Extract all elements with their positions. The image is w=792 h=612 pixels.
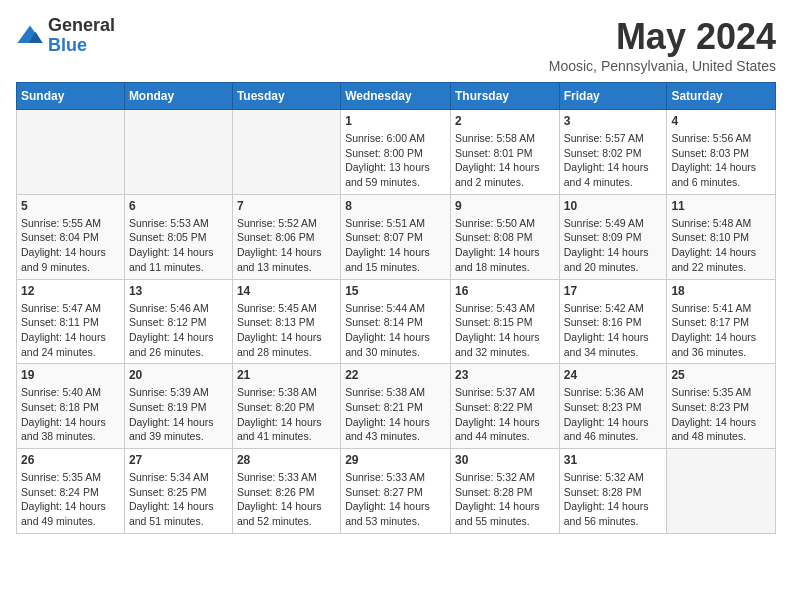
day-number: 22 bbox=[345, 368, 446, 382]
day-info: Sunrise: 6:00 AMSunset: 8:00 PMDaylight:… bbox=[345, 131, 446, 190]
calendar-cell: 17Sunrise: 5:42 AMSunset: 8:16 PMDayligh… bbox=[559, 279, 667, 364]
day-info: Sunrise: 5:46 AMSunset: 8:12 PMDaylight:… bbox=[129, 301, 228, 360]
calendar-cell: 27Sunrise: 5:34 AMSunset: 8:25 PMDayligh… bbox=[124, 449, 232, 534]
calendar-week-5: 26Sunrise: 5:35 AMSunset: 8:24 PMDayligh… bbox=[17, 449, 776, 534]
day-info: Sunrise: 5:34 AMSunset: 8:25 PMDaylight:… bbox=[129, 470, 228, 529]
calendar-week-3: 12Sunrise: 5:47 AMSunset: 8:11 PMDayligh… bbox=[17, 279, 776, 364]
calendar-cell bbox=[232, 110, 340, 195]
calendar-cell: 29Sunrise: 5:33 AMSunset: 8:27 PMDayligh… bbox=[341, 449, 451, 534]
page-header: General Blue May 2024 Moosic, Pennsylvan… bbox=[16, 16, 776, 74]
calendar-cell: 8Sunrise: 5:51 AMSunset: 8:07 PMDaylight… bbox=[341, 194, 451, 279]
day-info: Sunrise: 5:32 AMSunset: 8:28 PMDaylight:… bbox=[564, 470, 663, 529]
day-info: Sunrise: 5:58 AMSunset: 8:01 PMDaylight:… bbox=[455, 131, 555, 190]
calendar-cell: 19Sunrise: 5:40 AMSunset: 8:18 PMDayligh… bbox=[17, 364, 125, 449]
day-number: 30 bbox=[455, 453, 555, 467]
header-cell-wednesday: Wednesday bbox=[341, 83, 451, 110]
calendar-body: 1Sunrise: 6:00 AMSunset: 8:00 PMDaylight… bbox=[17, 110, 776, 534]
day-info: Sunrise: 5:50 AMSunset: 8:08 PMDaylight:… bbox=[455, 216, 555, 275]
calendar-week-2: 5Sunrise: 5:55 AMSunset: 8:04 PMDaylight… bbox=[17, 194, 776, 279]
calendar-cell bbox=[667, 449, 776, 534]
logo-text: General Blue bbox=[48, 16, 115, 56]
day-number: 7 bbox=[237, 199, 336, 213]
header-cell-thursday: Thursday bbox=[450, 83, 559, 110]
logo-icon bbox=[16, 22, 44, 50]
calendar-cell: 14Sunrise: 5:45 AMSunset: 8:13 PMDayligh… bbox=[232, 279, 340, 364]
day-info: Sunrise: 5:45 AMSunset: 8:13 PMDaylight:… bbox=[237, 301, 336, 360]
location: Moosic, Pennsylvania, United States bbox=[549, 58, 776, 74]
calendar-week-1: 1Sunrise: 6:00 AMSunset: 8:00 PMDaylight… bbox=[17, 110, 776, 195]
calendar-cell: 1Sunrise: 6:00 AMSunset: 8:00 PMDaylight… bbox=[341, 110, 451, 195]
calendar-week-4: 19Sunrise: 5:40 AMSunset: 8:18 PMDayligh… bbox=[17, 364, 776, 449]
day-info: Sunrise: 5:42 AMSunset: 8:16 PMDaylight:… bbox=[564, 301, 663, 360]
day-info: Sunrise: 5:35 AMSunset: 8:24 PMDaylight:… bbox=[21, 470, 120, 529]
day-number: 13 bbox=[129, 284, 228, 298]
day-number: 12 bbox=[21, 284, 120, 298]
day-info: Sunrise: 5:53 AMSunset: 8:05 PMDaylight:… bbox=[129, 216, 228, 275]
day-number: 4 bbox=[671, 114, 771, 128]
day-number: 19 bbox=[21, 368, 120, 382]
day-info: Sunrise: 5:37 AMSunset: 8:22 PMDaylight:… bbox=[455, 385, 555, 444]
calendar-cell: 21Sunrise: 5:38 AMSunset: 8:20 PMDayligh… bbox=[232, 364, 340, 449]
day-number: 14 bbox=[237, 284, 336, 298]
logo-blue: Blue bbox=[48, 36, 115, 56]
day-info: Sunrise: 5:57 AMSunset: 8:02 PMDaylight:… bbox=[564, 131, 663, 190]
day-number: 15 bbox=[345, 284, 446, 298]
day-number: 11 bbox=[671, 199, 771, 213]
calendar-table: SundayMondayTuesdayWednesdayThursdayFrid… bbox=[16, 82, 776, 534]
calendar-cell: 9Sunrise: 5:50 AMSunset: 8:08 PMDaylight… bbox=[450, 194, 559, 279]
header-cell-tuesday: Tuesday bbox=[232, 83, 340, 110]
day-number: 23 bbox=[455, 368, 555, 382]
day-number: 6 bbox=[129, 199, 228, 213]
day-number: 29 bbox=[345, 453, 446, 467]
day-info: Sunrise: 5:38 AMSunset: 8:21 PMDaylight:… bbox=[345, 385, 446, 444]
title-area: May 2024 Moosic, Pennsylvania, United St… bbox=[549, 16, 776, 74]
day-info: Sunrise: 5:33 AMSunset: 8:27 PMDaylight:… bbox=[345, 470, 446, 529]
calendar-cell: 30Sunrise: 5:32 AMSunset: 8:28 PMDayligh… bbox=[450, 449, 559, 534]
day-number: 28 bbox=[237, 453, 336, 467]
header-cell-saturday: Saturday bbox=[667, 83, 776, 110]
day-info: Sunrise: 5:52 AMSunset: 8:06 PMDaylight:… bbox=[237, 216, 336, 275]
day-number: 20 bbox=[129, 368, 228, 382]
logo-general: General bbox=[48, 16, 115, 36]
day-info: Sunrise: 5:41 AMSunset: 8:17 PMDaylight:… bbox=[671, 301, 771, 360]
calendar-cell: 7Sunrise: 5:52 AMSunset: 8:06 PMDaylight… bbox=[232, 194, 340, 279]
calendar-cell: 13Sunrise: 5:46 AMSunset: 8:12 PMDayligh… bbox=[124, 279, 232, 364]
day-number: 16 bbox=[455, 284, 555, 298]
calendar-cell: 25Sunrise: 5:35 AMSunset: 8:23 PMDayligh… bbox=[667, 364, 776, 449]
day-info: Sunrise: 5:49 AMSunset: 8:09 PMDaylight:… bbox=[564, 216, 663, 275]
day-number: 2 bbox=[455, 114, 555, 128]
calendar-cell: 3Sunrise: 5:57 AMSunset: 8:02 PMDaylight… bbox=[559, 110, 667, 195]
day-info: Sunrise: 5:44 AMSunset: 8:14 PMDaylight:… bbox=[345, 301, 446, 360]
header-cell-friday: Friday bbox=[559, 83, 667, 110]
calendar-cell: 16Sunrise: 5:43 AMSunset: 8:15 PMDayligh… bbox=[450, 279, 559, 364]
calendar-cell: 22Sunrise: 5:38 AMSunset: 8:21 PMDayligh… bbox=[341, 364, 451, 449]
day-info: Sunrise: 5:43 AMSunset: 8:15 PMDaylight:… bbox=[455, 301, 555, 360]
calendar-cell bbox=[17, 110, 125, 195]
calendar-cell: 26Sunrise: 5:35 AMSunset: 8:24 PMDayligh… bbox=[17, 449, 125, 534]
calendar-cell: 24Sunrise: 5:36 AMSunset: 8:23 PMDayligh… bbox=[559, 364, 667, 449]
day-info: Sunrise: 5:47 AMSunset: 8:11 PMDaylight:… bbox=[21, 301, 120, 360]
header-cell-sunday: Sunday bbox=[17, 83, 125, 110]
calendar-header: SundayMondayTuesdayWednesdayThursdayFrid… bbox=[17, 83, 776, 110]
day-number: 21 bbox=[237, 368, 336, 382]
day-info: Sunrise: 5:32 AMSunset: 8:28 PMDaylight:… bbox=[455, 470, 555, 529]
calendar-cell: 2Sunrise: 5:58 AMSunset: 8:01 PMDaylight… bbox=[450, 110, 559, 195]
day-number: 1 bbox=[345, 114, 446, 128]
day-number: 25 bbox=[671, 368, 771, 382]
calendar-cell: 18Sunrise: 5:41 AMSunset: 8:17 PMDayligh… bbox=[667, 279, 776, 364]
day-number: 17 bbox=[564, 284, 663, 298]
calendar-cell: 12Sunrise: 5:47 AMSunset: 8:11 PMDayligh… bbox=[17, 279, 125, 364]
day-number: 5 bbox=[21, 199, 120, 213]
header-row: SundayMondayTuesdayWednesdayThursdayFrid… bbox=[17, 83, 776, 110]
day-number: 31 bbox=[564, 453, 663, 467]
day-info: Sunrise: 5:39 AMSunset: 8:19 PMDaylight:… bbox=[129, 385, 228, 444]
day-number: 27 bbox=[129, 453, 228, 467]
header-cell-monday: Monday bbox=[124, 83, 232, 110]
day-info: Sunrise: 5:55 AMSunset: 8:04 PMDaylight:… bbox=[21, 216, 120, 275]
calendar-cell: 6Sunrise: 5:53 AMSunset: 8:05 PMDaylight… bbox=[124, 194, 232, 279]
calendar-cell: 4Sunrise: 5:56 AMSunset: 8:03 PMDaylight… bbox=[667, 110, 776, 195]
calendar-cell: 31Sunrise: 5:32 AMSunset: 8:28 PMDayligh… bbox=[559, 449, 667, 534]
logo: General Blue bbox=[16, 16, 115, 56]
day-info: Sunrise: 5:40 AMSunset: 8:18 PMDaylight:… bbox=[21, 385, 120, 444]
day-info: Sunrise: 5:38 AMSunset: 8:20 PMDaylight:… bbox=[237, 385, 336, 444]
